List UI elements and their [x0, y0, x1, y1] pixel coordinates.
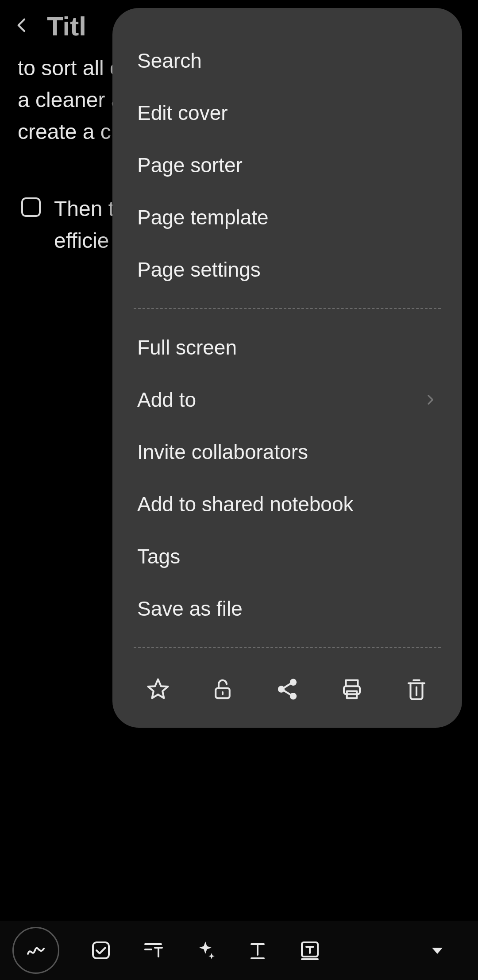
menu-item-page-settings[interactable]: Page settings	[112, 243, 462, 296]
menu-item-add-to[interactable]: Add to	[112, 374, 462, 426]
bottom-toolbar	[0, 921, 478, 980]
menu-item-page-sorter[interactable]: Page sorter	[112, 139, 462, 191]
dropdown-icon[interactable]	[427, 940, 448, 961]
menu-divider	[134, 308, 441, 309]
star-icon[interactable]	[145, 676, 171, 702]
back-button[interactable]	[13, 16, 31, 36]
trash-icon[interactable]	[404, 676, 429, 702]
share-icon[interactable]	[274, 676, 300, 702]
menu-item-label: Full screen	[137, 336, 237, 359]
menu-item-label: Page settings	[137, 258, 261, 282]
menu-item-tags[interactable]: Tags	[112, 530, 462, 583]
scribble-icon[interactable]	[12, 927, 59, 974]
menu-item-label: Page template	[137, 205, 269, 229]
svg-line-7	[283, 690, 291, 695]
menu-item-label: Invite collaborators	[137, 440, 308, 464]
menu-item-search[interactable]: Search	[112, 35, 462, 87]
menu-item-page-template[interactable]: Page template	[112, 191, 462, 243]
menu-item-invite-collaborators[interactable]: Invite collaborators	[112, 426, 462, 478]
menu-item-label: Add to shared notebook	[137, 492, 353, 516]
menu-item-full-screen[interactable]: Full screen	[112, 321, 462, 374]
svg-rect-11	[93, 942, 109, 958]
checkbox-icon[interactable]	[90, 940, 112, 961]
svg-marker-17	[432, 948, 443, 954]
options-popup: SearchEdit coverPage sorterPage template…	[112, 8, 462, 728]
text-tool-icon[interactable]	[247, 940, 268, 961]
menu-item-label: Search	[137, 49, 202, 73]
menu-item-label: Tags	[137, 544, 180, 568]
checkbox-unchecked[interactable]	[21, 197, 41, 217]
page-title: Titl	[47, 11, 86, 42]
text-box-icon[interactable]	[299, 940, 320, 961]
menu-item-label: Add to	[137, 388, 196, 412]
menu-item-add-to-shared-notebook[interactable]: Add to shared notebook	[112, 478, 462, 530]
menu-item-save-as-file[interactable]: Save as file	[112, 583, 462, 635]
sparkle-icon[interactable]	[195, 940, 216, 961]
text-format-icon[interactable]	[143, 940, 164, 961]
chevron-right-icon	[423, 388, 437, 412]
print-icon[interactable]	[339, 676, 365, 702]
menu-item-edit-cover[interactable]: Edit cover	[112, 87, 462, 139]
menu-divider	[134, 647, 441, 648]
action-icon-row	[112, 660, 462, 708]
menu-item-label: Save as file	[137, 597, 243, 621]
svg-marker-0	[148, 679, 168, 698]
lock-icon[interactable]	[210, 676, 235, 702]
menu-item-label: Edit cover	[137, 101, 228, 125]
menu-item-label: Page sorter	[137, 153, 243, 177]
svg-line-6	[283, 683, 291, 688]
